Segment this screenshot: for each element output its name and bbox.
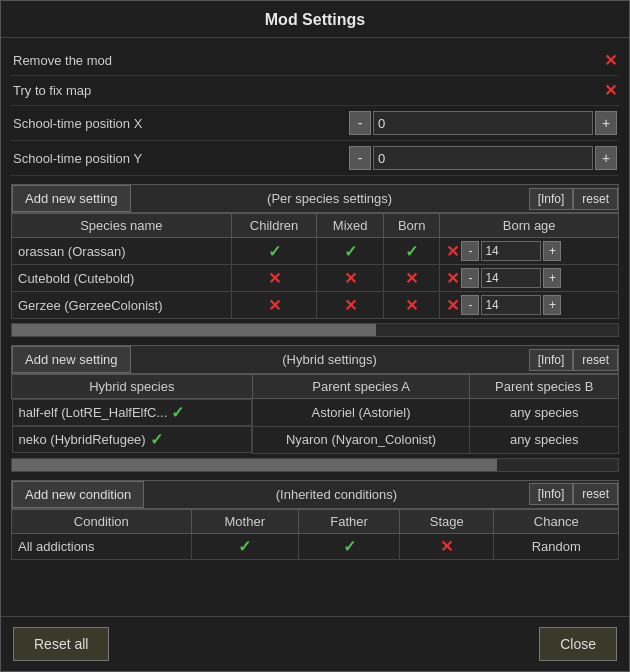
add-condition-button[interactable]: Add new condition: [12, 481, 144, 508]
born-age-plus[interactable]: +: [543, 268, 561, 288]
species-scrollbar[interactable]: [11, 323, 619, 337]
col-father: Father: [298, 509, 399, 533]
x-icon: ✕: [268, 270, 281, 287]
parent-b-cell: any species: [470, 399, 619, 427]
parent-b-cell: any species: [470, 426, 619, 453]
check-icon: ✓: [343, 538, 356, 555]
fix-map-row: Try to fix map ✕: [11, 76, 619, 106]
born-cell: ✓: [383, 238, 439, 265]
school-y-plus[interactable]: +: [595, 146, 617, 170]
school-x-minus[interactable]: -: [349, 111, 371, 135]
born-age-cell: ✕ - +: [440, 292, 619, 319]
col-mixed: Mixed: [317, 214, 384, 238]
remove-mod-value: ✕: [604, 51, 617, 70]
per-species-info-button[interactable]: [Info]: [529, 188, 574, 210]
species-name-cell: Cutebold (Cutebold): [12, 265, 232, 292]
school-x-row: School-time position X - +: [11, 106, 619, 141]
school-y-control: - +: [349, 146, 617, 170]
species-name-cell: Gerzee (GerzeeColonist): [12, 292, 232, 319]
x-icon: ✕: [446, 242, 459, 261]
hybrid-info-button[interactable]: [Info]: [529, 349, 574, 371]
born-cell: ✕: [383, 265, 439, 292]
school-x-plus[interactable]: +: [595, 111, 617, 135]
check-icon: ✓: [238, 538, 251, 555]
mother-cell: ✓: [191, 533, 298, 559]
col-mother: Mother: [191, 509, 298, 533]
born-age-minus[interactable]: -: [461, 241, 479, 261]
x-icon: ✕: [446, 269, 459, 288]
table-row: half-elf (LotRE_HalfElfC... ✓ Astoriel (…: [12, 399, 619, 427]
add-hybrid-setting-button[interactable]: Add new setting: [12, 346, 131, 373]
table-row: neko (HybridRefugee) ✓ Nyaron (Nyaron_Co…: [12, 426, 619, 453]
born-age-input[interactable]: [481, 241, 541, 261]
bottom-bar: Reset all Close: [1, 616, 629, 671]
x-icon: ✕: [344, 270, 357, 287]
born-age-minus[interactable]: -: [461, 295, 479, 315]
hybrid-table: Hybrid species Parent species A Parent s…: [11, 374, 619, 454]
check-icon: ✓: [405, 243, 418, 260]
hybrid-scrollbar[interactable]: [11, 458, 619, 472]
chance-cell: Random: [494, 533, 619, 559]
born-age-plus[interactable]: +: [543, 241, 561, 261]
hybrid-reset-button[interactable]: reset: [573, 349, 618, 371]
born-age-cell: ✕ - +: [440, 238, 619, 265]
born-age-cell: ✕ - +: [440, 265, 619, 292]
hybrid-scrollbar-thumb: [12, 459, 497, 471]
table-row: orassan (Orassan) ✓ ✓ ✓ ✕ - +: [12, 238, 619, 265]
conditions-title: (Inherited conditions): [144, 482, 528, 507]
born-cell: ✕: [383, 292, 439, 319]
species-name-cell: orassan (Orassan): [12, 238, 232, 265]
born-age-input[interactable]: [481, 295, 541, 315]
check-icon: ✓: [150, 430, 163, 449]
children-cell: ✓: [231, 238, 317, 265]
born-age-minus[interactable]: -: [461, 268, 479, 288]
fix-map-value: ✕: [604, 81, 617, 100]
x-icon: ✕: [405, 270, 418, 287]
col-parent-a: Parent species A: [252, 375, 470, 399]
per-species-reset-button[interactable]: reset: [573, 188, 618, 210]
add-species-setting-button[interactable]: Add new setting: [12, 185, 131, 212]
per-species-title: (Per species settings): [131, 186, 529, 211]
conditions-header: Add new condition (Inherited conditions)…: [11, 480, 619, 509]
remove-mod-label: Remove the mod: [13, 53, 604, 68]
parent-a-cell: Astoriel (Astoriel): [252, 399, 470, 427]
check-icon: ✓: [268, 243, 281, 260]
hybrid-name-cell: half-elf (LotRE_HalfElfC... ✓: [12, 399, 252, 426]
school-x-input[interactable]: [373, 111, 593, 135]
mixed-cell: ✕: [317, 265, 384, 292]
school-y-minus[interactable]: -: [349, 146, 371, 170]
species-scrollbar-thumb: [12, 324, 376, 336]
children-cell: ✕: [231, 265, 317, 292]
fix-map-label: Try to fix map: [13, 83, 604, 98]
condition-name-cell: All addictions: [12, 533, 192, 559]
reset-all-button[interactable]: Reset all: [13, 627, 109, 661]
col-species-name: Species name: [12, 214, 232, 238]
parent-a-cell: Nyaron (Nyaron_Colonist): [252, 426, 470, 453]
mixed-cell: ✕: [317, 292, 384, 319]
mixed-cell: ✓: [317, 238, 384, 265]
check-icon: ✓: [171, 403, 184, 422]
conditions-reset-button[interactable]: reset: [573, 483, 618, 505]
table-row: Cutebold (Cutebold) ✕ ✕ ✕ ✕ - +: [12, 265, 619, 292]
school-y-row: School-time position Y - +: [11, 141, 619, 176]
x-icon: ✕: [405, 297, 418, 314]
conditions-table: Condition Mother Father Stage Chance All…: [11, 509, 619, 560]
conditions-info-button[interactable]: [Info]: [529, 483, 574, 505]
born-age-plus[interactable]: +: [543, 295, 561, 315]
hybrid-header: Add new setting (Hybrid settings) [Info]…: [11, 345, 619, 374]
school-y-input[interactable]: [373, 146, 593, 170]
remove-mod-row: Remove the mod ✕: [11, 46, 619, 76]
x-icon: ✕: [440, 538, 453, 555]
born-age-input[interactable]: [481, 268, 541, 288]
table-row: Gerzee (GerzeeColonist) ✕ ✕ ✕ ✕ - +: [12, 292, 619, 319]
school-x-label: School-time position X: [13, 116, 349, 131]
col-born-age: Born age: [440, 214, 619, 238]
col-condition: Condition: [12, 509, 192, 533]
col-stage: Stage: [400, 509, 494, 533]
page-title: Mod Settings: [1, 1, 629, 38]
school-x-control: - +: [349, 111, 617, 135]
x-icon: ✕: [344, 297, 357, 314]
col-chance: Chance: [494, 509, 619, 533]
father-cell: ✓: [298, 533, 399, 559]
close-button[interactable]: Close: [539, 627, 617, 661]
